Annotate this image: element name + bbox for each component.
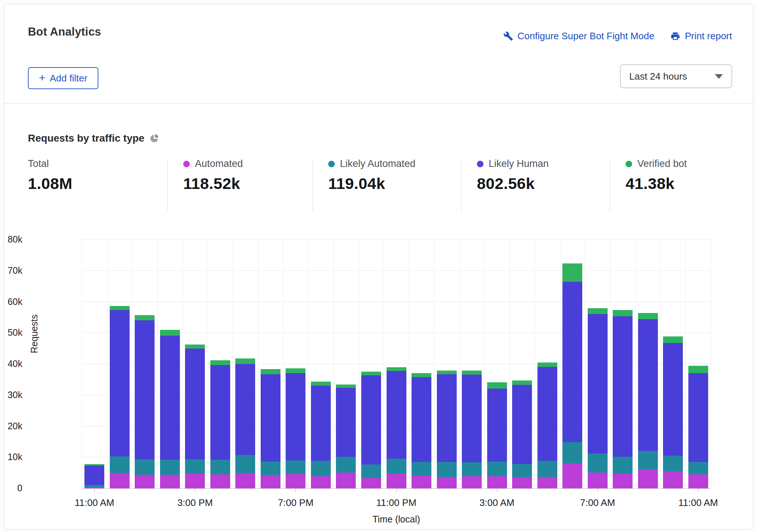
h-gridline — [82, 302, 711, 302]
segment-automated — [638, 469, 658, 488]
segment-likely-automated — [412, 462, 431, 475]
stat-likely-automated-value: 119.04k — [328, 175, 457, 193]
v-gridline — [208, 240, 208, 488]
verified-bot-legend-dot — [626, 161, 632, 167]
v-gridline — [233, 240, 233, 488]
segment-likely-human — [562, 282, 582, 442]
stacked-bar-1[interactable] — [110, 306, 130, 488]
x-tick-label: 3:00 AM — [460, 497, 534, 509]
segment-automated — [286, 474, 305, 488]
segment-likely-automated — [110, 456, 130, 473]
stacked-bar-12[interactable] — [387, 367, 406, 488]
segment-verified-bot — [235, 358, 255, 364]
v-gridline — [535, 240, 535, 488]
x-tick-label: 7:00 AM — [561, 497, 634, 509]
v-gridline — [359, 240, 359, 488]
v-gridline — [157, 240, 158, 488]
configure-super-bot-fight-mode-link[interactable]: Configure Super Bot Fight Mode — [503, 30, 655, 42]
stat-automated[interactable]: Automated 118.52k — [167, 158, 312, 212]
y-tick-label: 80k — [0, 234, 22, 245]
segment-verified-bot — [412, 373, 431, 377]
segment-automated — [462, 476, 482, 488]
stacked-bar-15[interactable] — [462, 371, 482, 488]
stacked-bar-13[interactable] — [412, 373, 431, 488]
stacked-bar-0[interactable] — [84, 464, 104, 488]
x-tick-mark — [497, 488, 497, 492]
segment-likely-automated — [261, 462, 280, 475]
segment-automated — [336, 473, 356, 488]
segment-likely-human — [135, 320, 155, 459]
stat-automated-value: 118.52k — [183, 175, 309, 193]
x-tick-label: 11:00 PM — [360, 497, 433, 509]
segment-verified-bot — [562, 263, 582, 282]
stacked-bar-20[interactable] — [588, 308, 608, 488]
stat-likely-automated[interactable]: Likely Automated 119.04k — [312, 158, 461, 212]
stacked-bar-22[interactable] — [638, 313, 658, 488]
y-tick-label: 20k — [0, 421, 22, 431]
segment-likely-human — [688, 373, 708, 462]
v-gridline — [409, 240, 409, 488]
stacked-bar-21[interactable] — [613, 310, 633, 488]
print-report-link[interactable]: Print report — [670, 30, 732, 42]
segment-automated — [210, 474, 230, 488]
segment-automated — [562, 463, 582, 488]
header-divider — [4, 103, 753, 104]
v-gridline — [283, 240, 283, 488]
y-tick-label: 70k — [0, 265, 22, 276]
x-tick-mark — [396, 488, 397, 492]
stat-verified-bot-label: Verified bot — [637, 158, 687, 170]
x-tick-label: 11:00 AM — [58, 497, 131, 509]
segment-likely-automated — [210, 460, 230, 474]
v-gridline — [660, 240, 661, 488]
segment-automated — [361, 478, 381, 488]
segment-likely-automated — [311, 461, 331, 476]
stacked-bar-11[interactable] — [361, 372, 381, 488]
segment-verified-bot — [537, 362, 557, 367]
stacked-bar-8[interactable] — [286, 368, 305, 488]
stacked-bar-16[interactable] — [487, 382, 507, 488]
stacked-bar-6[interactable] — [235, 358, 255, 488]
stacked-bar-17[interactable] — [512, 380, 532, 488]
stacked-bar-3[interactable] — [160, 330, 180, 488]
x-tick-mark — [195, 488, 195, 492]
segment-likely-automated — [286, 460, 305, 474]
stacked-bar-9[interactable] — [311, 382, 331, 488]
automated-legend-dot — [183, 161, 190, 167]
stacked-bar-5[interactable] — [210, 360, 230, 488]
segment-verified-bot — [110, 306, 130, 310]
v-gridline — [459, 240, 460, 488]
stat-likely-human-label: Likely Human — [489, 158, 549, 170]
stacked-bar-7[interactable] — [261, 369, 280, 488]
stacked-bar-24[interactable] — [688, 366, 708, 488]
segment-likely-automated — [487, 462, 507, 476]
v-gridline — [711, 240, 711, 488]
v-gridline — [560, 240, 560, 488]
segment-automated — [235, 473, 255, 488]
v-gridline — [635, 240, 635, 488]
stat-verified-bot[interactable]: Verified bot 41.38k — [610, 158, 731, 212]
segment-likely-human — [537, 367, 557, 461]
y-tick-label: 0 — [0, 483, 22, 493]
stacked-bar-2[interactable] — [135, 315, 155, 488]
segment-likely-automated — [185, 459, 205, 474]
plus-icon: + — [39, 72, 46, 83]
stacked-bar-18[interactable] — [537, 362, 557, 488]
v-gridline — [333, 240, 334, 488]
stacked-bar-4[interactable] — [185, 345, 205, 488]
segment-likely-human — [160, 336, 180, 460]
segment-likely-automated — [562, 442, 582, 463]
stat-likely-human[interactable]: Likely Human 802.56k — [461, 158, 610, 212]
stat-automated-label: Automated — [195, 158, 243, 170]
x-tick-label: 11:00 AM — [662, 497, 735, 509]
v-gridline — [610, 240, 611, 488]
stacked-bar-10[interactable] — [336, 385, 356, 488]
stacked-bar-23[interactable] — [663, 336, 683, 488]
segment-likely-human — [638, 319, 658, 451]
stacked-bar-14[interactable] — [437, 371, 457, 488]
time-range-dropdown[interactable]: Last 24 hours — [620, 65, 732, 88]
header-links: Configure Super Bot Fight Mode Print rep… — [503, 30, 732, 42]
add-filter-button[interactable]: + Add filter — [28, 67, 98, 89]
stacked-bar-19[interactable] — [562, 263, 582, 488]
stat-verified-bot-value: 41.38k — [626, 175, 727, 193]
v-gridline — [484, 240, 485, 488]
